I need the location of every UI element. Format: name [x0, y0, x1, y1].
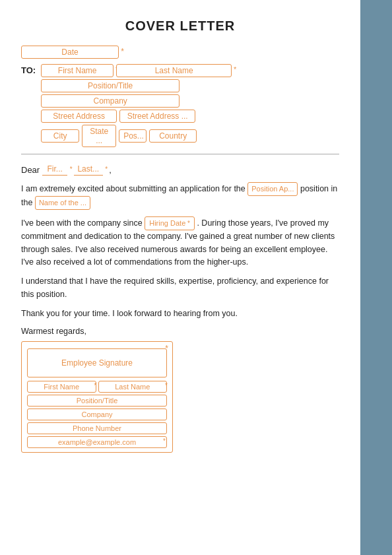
body-paragraph-1: I am extremely excited about submitting … — [21, 182, 339, 210]
body-p1-before: I am extremely excited about submitting … — [21, 184, 245, 193]
body-p2-before: I've been with the company since — [21, 218, 143, 228]
recipient-last-name[interactable]: Last Name — [116, 64, 232, 77]
employee-signature-label: Employee Signature — [61, 358, 133, 368]
employee-signature-area[interactable]: Employee Signature — [27, 348, 167, 377]
signature-block: * Employee Signature First Name * Last N… — [21, 341, 173, 453]
signature-asterisk: * — [165, 344, 168, 353]
dear-label: Dear — [21, 165, 40, 175]
hiring-date-field[interactable]: Hiring Date * — [145, 216, 195, 230]
divider — [21, 154, 339, 154]
dear-last-asterisk: * — [105, 166, 108, 173]
sig-email-asterisk: * — [163, 438, 166, 445]
sig-last-name[interactable]: Last Name — [98, 381, 168, 393]
dear-first-name[interactable]: Fir... — [42, 164, 67, 176]
body-paragraph-3: I understand that I have the required sk… — [21, 275, 339, 301]
company-name-field[interactable]: Name of the ... — [35, 196, 90, 210]
city-field[interactable]: City — [41, 129, 79, 143]
sig-first-name[interactable]: First Name — [27, 381, 96, 393]
to-fields: First Name * Last Name * Position/Title … — [41, 64, 232, 147]
position-field[interactable]: Position Ap... — [247, 182, 298, 196]
lastname-asterisk: * — [234, 65, 236, 73]
street-address-1[interactable]: Street Address — [41, 110, 117, 123]
sig-fn-asterisk: * — [94, 382, 97, 389]
dear-comma: , — [109, 165, 112, 175]
sig-company[interactable]: Company — [27, 408, 167, 420]
recipient-company[interactable]: Company — [41, 94, 180, 108]
country-field[interactable]: Country — [149, 129, 197, 143]
signature-fields: First Name * Last Name * Position/Title … — [27, 381, 167, 448]
document-title: COVER LETTER — [21, 18, 339, 34]
dear-line: Dear Fir... * Last... * , — [21, 164, 339, 176]
sig-name-row: First Name * Last Name * — [27, 381, 167, 393]
sig-ln-asterisk: * — [165, 382, 168, 389]
closing-text: Warmest regards, — [21, 327, 339, 336]
recipient-position[interactable]: Position/Title — [41, 79, 180, 92]
date-required-asterisk: * — [121, 47, 124, 56]
dear-first-asterisk: * — [70, 166, 73, 173]
hiring-date-asterisk: * — [185, 220, 190, 227]
sig-phone[interactable]: Phone Number — [27, 422, 167, 434]
street-address-2[interactable]: Street Address ... — [119, 110, 195, 123]
sig-email[interactable]: example@example.com — [27, 436, 167, 448]
sig-position[interactable]: Position/Title — [27, 395, 167, 407]
date-field[interactable]: Date — [21, 46, 119, 59]
sidebar — [360, 0, 392, 555]
recipient-first-name[interactable]: First Name — [41, 64, 114, 77]
body-paragraph-4: Thank you for your time. I look forward … — [21, 308, 339, 320]
state-field[interactable]: State ... — [82, 125, 116, 147]
dear-last-name[interactable]: Last... — [74, 164, 103, 176]
to-label: TO: — [21, 65, 36, 75]
pos-field[interactable]: Pos... — [119, 129, 147, 143]
body-paragraph-2: I've been with the company since Hiring … — [21, 216, 339, 269]
